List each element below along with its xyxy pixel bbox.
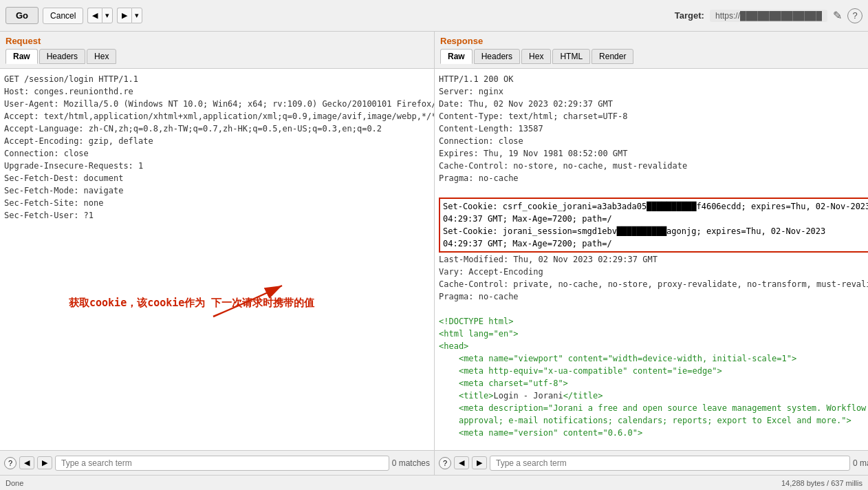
response-panel-header: Response Raw Headers Hex HTML Render <box>435 32 868 69</box>
main-content: Request Raw Headers Hex GET /session/log… <box>0 32 868 475</box>
request-content: GET /session/login HTTP/1.1 Host: conges… <box>4 73 430 222</box>
response-tab-render[interactable]: Render <box>592 49 633 64</box>
request-tabs: Raw Headers Hex <box>6 49 428 64</box>
response-tab-headers[interactable]: Headers <box>474 49 520 64</box>
meta-viewport-tag: <meta name="viewport" content="width=dev… <box>459 354 796 363</box>
response-search-next[interactable]: ▶ <box>472 456 487 469</box>
annotation-arrow <box>206 282 289 323</box>
cookie-line2: 04:29:37 GMT; Max-Age=7200; path=/ <box>443 213 868 225</box>
meta-description-tag: <meta description="Jorani a free and ope… <box>459 403 868 413</box>
request-tab-headers[interactable]: Headers <box>39 49 85 64</box>
cookie-line3: Set-Cookie: jorani_session=smgd1ebv█████… <box>443 225 868 237</box>
request-body[interactable]: GET /session/login HTTP/1.1 Host: conges… <box>0 69 434 450</box>
annotation: 获取cookie，该cookie作为 下一次请求时携带的值 <box>69 296 314 310</box>
target-url: https://██████████████ <box>710 10 827 22</box>
back-nav-group: ◀ ▾ <box>87 8 113 23</box>
response-tab-hex[interactable]: Hex <box>521 49 551 64</box>
status-right: 14,288 bytes / 637 millis <box>781 479 862 487</box>
response-panel: Response Raw Headers Hex HTML Render HTT… <box>435 32 868 475</box>
request-title: Request <box>6 36 428 46</box>
forward-nav-group: ▶ ▾ <box>117 8 142 23</box>
request-tab-hex[interactable]: Hex <box>87 49 116 64</box>
back-dropdown-button[interactable]: ▾ <box>102 8 113 23</box>
head-open-tag: <head> <box>439 341 468 351</box>
request-search-next[interactable]: ▶ <box>37 456 52 469</box>
meta-version-tag: <meta name="version" content="0.6.0"> <box>459 428 642 438</box>
response-body[interactable]: HTTP/1.1 200 OK Server: nginx Date: Thu,… <box>435 69 868 450</box>
forward-dropdown-button[interactable]: ▾ <box>131 8 142 23</box>
request-help-icon[interactable]: ? <box>4 457 17 469</box>
response-tab-html[interactable]: HTML <box>552 49 590 64</box>
meta-compat-tag: <meta http-equiv="x-ua-compatible" conte… <box>459 366 722 376</box>
response-help-icon[interactable]: ? <box>439 457 451 469</box>
edit-target-button[interactable]: ✎ <box>833 9 842 22</box>
response-title: Response <box>440 36 868 46</box>
request-panel-header: Request Raw Headers Hex <box>0 32 434 69</box>
cancel-button[interactable]: Cancel <box>43 8 83 24</box>
request-search-input[interactable] <box>55 456 389 471</box>
request-tab-raw[interactable]: Raw <box>6 49 38 64</box>
response-after-cookie: Last-Modified: Thu, 02 Nov 2023 02:29:37… <box>439 253 868 303</box>
meta-charset-tag: <meta charset="utf-8"> <box>459 379 568 388</box>
response-headers: HTTP/1.1 200 OK Server: nginx Date: Thu,… <box>439 73 868 184</box>
request-search-prev[interactable]: ◀ <box>19 456 34 469</box>
target-label: Target: <box>675 10 704 21</box>
response-tabs: Raw Headers Hex HTML Render <box>440 49 868 64</box>
request-search-matches: 0 matches <box>392 458 430 468</box>
back-button[interactable]: ◀ <box>87 8 102 23</box>
status-left: Done <box>6 479 23 487</box>
cookie-highlight-box: Set-Cookie: csrf_cookie_jorani=a3ab3ada0… <box>439 198 868 253</box>
response-search-bar: ? ◀ ▶ 0 matches <box>435 450 868 475</box>
request-search-bar: ? ◀ ▶ 0 matches <box>0 450 434 475</box>
forward-button[interactable]: ▶ <box>117 8 131 23</box>
html-open-tag: <html lang="en"> <box>439 329 519 339</box>
response-search-prev[interactable]: ◀ <box>454 456 469 469</box>
doctype-tag: <!DOCTYPE html> <box>439 317 513 326</box>
help-button[interactable]: ? <box>847 8 862 23</box>
annotation-text: 获取cookie，该cookie作为 下一次请求时携带的值 <box>69 296 314 310</box>
toolbar: Go Cancel ◀ ▾ ▶ ▾ Target: https://██████… <box>0 0 868 32</box>
request-panel: Request Raw Headers Hex GET /session/log… <box>0 32 435 475</box>
title-tag: <title>Login - Jorani</title> <box>459 391 603 401</box>
go-button[interactable]: Go <box>6 7 39 24</box>
cookie-line4: 04:29:37 GMT; Max-Age=7200; path=/ <box>443 237 868 250</box>
cookie-line1: Set-Cookie: csrf_cookie_jorani=a3ab3ada0… <box>443 200 868 213</box>
target-area: Target: https://██████████████ ✎ ? <box>675 8 862 23</box>
response-search-input[interactable] <box>490 456 850 471</box>
response-tab-raw[interactable]: Raw <box>440 49 473 64</box>
response-search-matches: 0 matches <box>853 458 868 468</box>
status-bar: Done 14,288 bytes / 637 millis <box>0 475 868 490</box>
meta-description-cont: approval; e-mail notifications; calendar… <box>459 416 851 425</box>
response-html-content: <!DOCTYPE html> <html lang="en"> <head> … <box>439 315 868 439</box>
